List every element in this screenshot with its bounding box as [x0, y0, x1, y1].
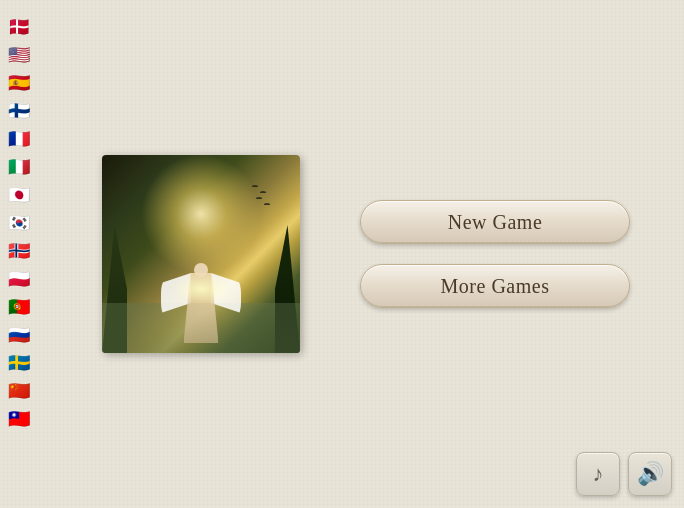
finland-flag[interactable]: 🇫🇮: [0, 98, 38, 124]
game-image-container: [102, 155, 300, 353]
sound-button[interactable]: 🔊: [628, 452, 672, 496]
sound-icon: 🔊: [637, 461, 664, 487]
portugal-flag[interactable]: 🇵🇹: [0, 294, 38, 320]
music-button[interactable]: ♪: [576, 452, 620, 496]
new-game-button[interactable]: New Game: [360, 200, 630, 244]
language-sidebar: 🇩🇰🇺🇸🇪🇸🇫🇮🇫🇷🇮🇹🇯🇵🇰🇷🇳🇴🇵🇱🇵🇹🇷🇺🇸🇪🇨🇳🇹🇼: [0, 10, 38, 436]
game-image: [102, 155, 300, 353]
denmark-flag[interactable]: 🇩🇰: [0, 14, 38, 40]
italy-flag[interactable]: 🇮🇹: [0, 154, 38, 180]
france-flag[interactable]: 🇫🇷: [0, 126, 38, 152]
glow-effect: [141, 155, 261, 274]
russia-flag[interactable]: 🇷🇺: [0, 322, 38, 348]
birds: [252, 185, 270, 206]
korea-flag[interactable]: 🇰🇷: [0, 210, 38, 236]
taiwan-flag[interactable]: 🇹🇼: [0, 406, 38, 432]
music-icon: ♪: [593, 461, 604, 487]
main-content: New Game More Games: [48, 0, 684, 508]
light-burst: [171, 274, 231, 304]
japan-flag[interactable]: 🇯🇵: [0, 182, 38, 208]
usa-flag[interactable]: 🇺🇸: [0, 42, 38, 68]
sweden-flag[interactable]: 🇸🇪: [0, 350, 38, 376]
spain-flag[interactable]: 🇪🇸: [0, 70, 38, 96]
more-games-button[interactable]: More Games: [360, 264, 630, 308]
buttons-area: New Game More Games: [360, 200, 630, 308]
bottom-controls: ♪ 🔊: [576, 452, 672, 496]
china-flag[interactable]: 🇨🇳: [0, 378, 38, 404]
poland-flag[interactable]: 🇵🇱: [0, 266, 38, 292]
norway-flag[interactable]: 🇳🇴: [0, 238, 38, 264]
